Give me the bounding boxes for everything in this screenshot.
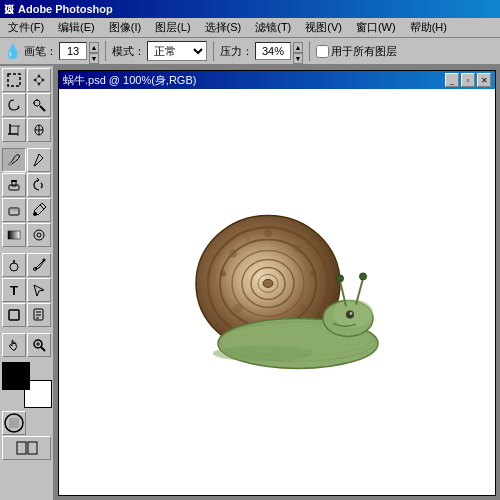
brush-tool[interactable]: [2, 148, 26, 172]
svg-rect-19: [9, 208, 19, 211]
paint-bucket-tool[interactable]: [27, 198, 51, 222]
mode-select[interactable]: 正常 溶解 变暗: [147, 41, 207, 61]
svg-point-52: [264, 229, 272, 237]
svg-rect-40: [28, 442, 37, 454]
foreground-color[interactable]: [2, 362, 30, 390]
shape-tool[interactable]: [2, 303, 26, 327]
marquee-tool[interactable]: [2, 68, 26, 92]
svg-point-51: [233, 303, 243, 313]
svg-rect-17: [11, 180, 17, 182]
brush-icon: 💧: [4, 43, 20, 59]
quick-mask-tool[interactable]: [2, 411, 26, 435]
hand-tool[interactable]: [2, 333, 26, 357]
document-title: 蜗牛.psd @ 100%(身,RGB): [63, 73, 196, 88]
svg-point-24: [10, 263, 18, 271]
toolbox: T: [0, 66, 54, 500]
svg-line-2: [40, 106, 45, 111]
color-swatches: [2, 362, 52, 408]
menu-item-window[interactable]: 窗口(W): [350, 18, 402, 37]
svg-rect-38: [9, 418, 19, 428]
tool-row-3: [2, 118, 51, 142]
svg-point-66: [337, 275, 344, 282]
tool-row-6: [2, 198, 51, 222]
history-brush-tool[interactable]: [27, 173, 51, 197]
type-tool[interactable]: T: [2, 278, 26, 302]
svg-point-22: [34, 230, 44, 240]
all-layers-checkbox[interactable]: [316, 45, 329, 58]
snail-image: [178, 198, 398, 378]
svg-point-70: [213, 345, 313, 361]
mode-label: 模式：: [112, 44, 145, 59]
pencil-tool[interactable]: [27, 148, 51, 172]
all-layers-checkbox-label[interactable]: 用于所有图层: [316, 44, 397, 59]
doc-close-button[interactable]: ✕: [477, 73, 491, 87]
tool-row-nav: [2, 411, 51, 435]
svg-point-67: [360, 273, 367, 280]
doc-restore-button[interactable]: ▫: [461, 73, 475, 87]
tool-row-10: [2, 303, 51, 327]
tool-row-9: T: [2, 278, 51, 302]
tool-row-7: [2, 223, 51, 247]
pressure-down[interactable]: ▼: [293, 53, 303, 64]
svg-point-13: [8, 162, 12, 166]
svg-point-50: [220, 270, 226, 276]
menu-item-select[interactable]: 选择(S): [199, 18, 248, 37]
document-canvas[interactable]: [59, 89, 495, 495]
tool-row-5: [2, 173, 51, 197]
canvas-area: 蜗牛.psd @ 100%(身,RGB) _ ▫ ✕: [54, 66, 500, 500]
svg-marker-14: [34, 154, 43, 166]
menu-item-filter[interactable]: 滤镜(T): [249, 18, 297, 37]
svg-rect-0: [8, 74, 20, 86]
pressure-input[interactable]: [255, 42, 291, 60]
tool-row-2: [2, 93, 51, 117]
pen-tool[interactable]: [27, 253, 51, 277]
document-title-bar: 蜗牛.psd @ 100%(身,RGB) _ ▫ ✕: [59, 71, 495, 89]
options-bar: 💧 画笔： ▲ ▼ 模式： 正常 溶解 变暗 压力： ▲ ▼ 用于所有图层: [0, 38, 500, 66]
menu-item-image[interactable]: 图像(I): [103, 18, 147, 37]
tool-row-8: [2, 253, 51, 277]
zoom-tool[interactable]: [27, 333, 51, 357]
crop-tool[interactable]: [2, 118, 26, 142]
dodge-tool[interactable]: [2, 253, 26, 277]
svg-point-54: [310, 270, 316, 276]
tool-row-4: [2, 148, 51, 172]
menu-item-layer[interactable]: 图层(L): [149, 18, 196, 37]
notes-tool[interactable]: [27, 303, 51, 327]
svg-point-55: [299, 304, 307, 312]
healing-tool[interactable]: [27, 118, 51, 142]
all-layers-label: 用于所有图层: [331, 44, 397, 59]
menu-bar: 文件(F)编辑(E)图像(I)图层(L)选择(S)滤镜(T)视图(V)窗口(W)…: [0, 18, 500, 38]
svg-point-57: [205, 285, 211, 291]
menu-item-file[interactable]: 文件(F): [2, 18, 50, 37]
brush-size-up[interactable]: ▲: [89, 42, 99, 53]
move-tool[interactable]: [27, 68, 51, 92]
gradient-tool[interactable]: [2, 223, 26, 247]
eraser-tool[interactable]: [2, 198, 26, 222]
svg-rect-28: [9, 310, 19, 320]
brush-label: 画笔：: [24, 44, 57, 59]
magic-wand-tool[interactable]: [27, 93, 51, 117]
svg-point-69: [350, 312, 353, 315]
screen-mode-standard[interactable]: [2, 436, 51, 460]
app-title: Adobe Photoshop: [18, 3, 113, 15]
brush-size-input[interactable]: [59, 42, 87, 60]
document-controls: _ ▫ ✕: [445, 73, 491, 87]
stamp-tool[interactable]: [2, 173, 26, 197]
menu-item-view[interactable]: 视图(V): [299, 18, 348, 37]
brush-size-down[interactable]: ▼: [89, 53, 99, 64]
svg-rect-39: [17, 442, 26, 454]
lasso-tool[interactable]: [2, 93, 26, 117]
svg-marker-1: [33, 74, 45, 86]
app-icon: 🖼: [4, 4, 14, 15]
svg-point-20: [33, 212, 37, 216]
blur-tool[interactable]: [27, 223, 51, 247]
doc-minimize-button[interactable]: _: [445, 73, 459, 87]
svg-point-58: [245, 235, 251, 241]
svg-point-23: [37, 233, 41, 237]
path-selection-tool[interactable]: [27, 278, 51, 302]
menu-item-help[interactable]: 帮助(H): [404, 18, 453, 37]
svg-line-34: [41, 347, 45, 351]
svg-point-49: [229, 249, 237, 257]
pressure-up[interactable]: ▲: [293, 42, 303, 53]
menu-item-edit[interactable]: 编辑(E): [52, 18, 101, 37]
